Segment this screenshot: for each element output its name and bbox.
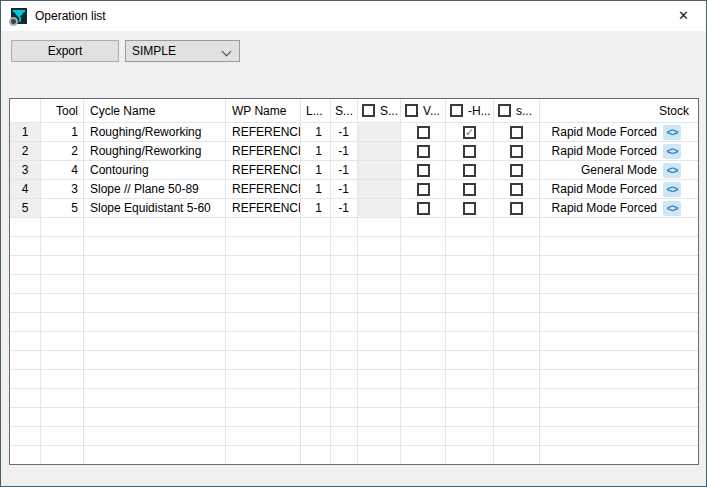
- wp-name-cell[interactable]: REFERENCE: [226, 161, 301, 179]
- empty-table-row: [10, 427, 698, 446]
- s-check-cell[interactable]: [358, 199, 401, 217]
- cycle-name-cell[interactable]: Contouring: [84, 161, 226, 179]
- sel-checkbox[interactable]: ✓: [510, 164, 523, 177]
- h-checkbox[interactable]: ✓: [463, 145, 476, 158]
- empty-cell: [358, 389, 401, 407]
- header-l[interactable]: L...: [301, 99, 331, 122]
- empty-cell: [10, 446, 41, 464]
- empty-cell: [494, 218, 540, 236]
- stock-edit-icon[interactable]: <>: [663, 201, 681, 216]
- l-cell[interactable]: 1: [301, 142, 331, 160]
- wp-name-cell[interactable]: REFERENCE: [226, 180, 301, 198]
- stock-edit-icon[interactable]: <>: [663, 182, 681, 197]
- s-check-cell[interactable]: [358, 180, 401, 198]
- header-s[interactable]: S...: [331, 99, 358, 122]
- l-cell[interactable]: 1: [301, 180, 331, 198]
- header-tool[interactable]: Tool: [41, 99, 84, 122]
- sel-header-checkbox[interactable]: [498, 104, 511, 117]
- row-number-cell[interactable]: 3: [10, 161, 41, 179]
- s-check-cell[interactable]: [358, 142, 401, 160]
- header-cycle-name[interactable]: Cycle Name: [84, 99, 226, 122]
- table-row[interactable]: 55Slope Equidistant 5-60REFERENCE1-1✓✓✓R…: [10, 199, 698, 218]
- stock-cell[interactable]: Rapid Mode Forced<>: [540, 199, 698, 217]
- table-row[interactable]: 22Roughing/ReworkingREFERENCE1-1✓✓✓Rapid…: [10, 142, 698, 161]
- empty-cell: [331, 237, 358, 255]
- tool-cell[interactable]: 2: [41, 142, 84, 160]
- tool-cell[interactable]: 4: [41, 161, 84, 179]
- v-checkbox[interactable]: ✓: [417, 145, 430, 158]
- empty-cell: [358, 256, 401, 274]
- empty-cell: [540, 370, 698, 388]
- h-check-cell: ✓: [446, 142, 494, 160]
- s-cell[interactable]: -1: [331, 123, 358, 141]
- close-icon[interactable]: ✕: [661, 1, 706, 30]
- stock-cell[interactable]: Rapid Mode Forced<>: [540, 142, 698, 160]
- empty-cell: [226, 237, 301, 255]
- row-number-cell[interactable]: 2: [10, 142, 41, 160]
- header-sel-check[interactable]: s...: [494, 99, 540, 122]
- header-s-check[interactable]: S...: [358, 99, 401, 122]
- stock-edit-icon[interactable]: <>: [663, 144, 681, 159]
- header-h-check[interactable]: -H...: [446, 99, 494, 122]
- s-cell[interactable]: -1: [331, 142, 358, 160]
- s-check-cell[interactable]: [358, 123, 401, 141]
- row-number-cell[interactable]: 1: [10, 123, 41, 141]
- s-header-checkbox[interactable]: [362, 104, 375, 117]
- empty-cell: [446, 275, 494, 293]
- cycle-name-cell[interactable]: Roughing/Reworking: [84, 123, 226, 141]
- h-checkbox[interactable]: ✓: [463, 164, 476, 177]
- v-checkbox[interactable]: ✓: [417, 183, 430, 196]
- empty-cell: [301, 389, 331, 407]
- gear-icon: [9, 17, 18, 26]
- header-stock[interactable]: Stock: [540, 99, 698, 122]
- export-button[interactable]: Export: [11, 40, 119, 62]
- cycle-name-cell[interactable]: Roughing/Reworking: [84, 142, 226, 160]
- wp-name-cell[interactable]: REFERENCE: [226, 199, 301, 217]
- header-rownum[interactable]: [10, 99, 41, 122]
- sel-checkbox[interactable]: ✓: [510, 145, 523, 158]
- stock-cell[interactable]: Rapid Mode Forced<>: [540, 123, 698, 141]
- h-check-cell: ✓: [446, 180, 494, 198]
- v-header-checkbox[interactable]: [405, 104, 418, 117]
- sel-checkbox[interactable]: ✓: [510, 183, 523, 196]
- table-row[interactable]: 43Slope // Plane 50-89REFERENCE1-1✓✓✓Rap…: [10, 180, 698, 199]
- wp-name-cell[interactable]: REFERENCE: [226, 142, 301, 160]
- empty-cell: [358, 313, 401, 331]
- tool-cell[interactable]: 5: [41, 199, 84, 217]
- h-checkbox[interactable]: ✓: [463, 183, 476, 196]
- v-checkbox[interactable]: ✓: [417, 126, 430, 139]
- l-cell[interactable]: 1: [301, 161, 331, 179]
- tool-cell[interactable]: 1: [41, 123, 84, 141]
- table-row[interactable]: 11Roughing/ReworkingREFERENCE1-1✓✓✓Rapid…: [10, 123, 698, 142]
- cycle-name-cell[interactable]: Slope // Plane 50-89: [84, 180, 226, 198]
- l-cell[interactable]: 1: [301, 123, 331, 141]
- table-row[interactable]: 34ContouringREFERENCE1-1✓✓✓General Mode<…: [10, 161, 698, 180]
- header-v-check[interactable]: V...: [401, 99, 446, 122]
- cycle-name-cell[interactable]: Slope Equidistant 5-60: [84, 199, 226, 217]
- stock-cell[interactable]: Rapid Mode Forced<>: [540, 180, 698, 198]
- row-number-cell[interactable]: 5: [10, 199, 41, 217]
- empty-cell: [540, 313, 698, 331]
- tool-cell[interactable]: 3: [41, 180, 84, 198]
- header-wp-name[interactable]: WP Name: [226, 99, 301, 122]
- empty-cell: [41, 275, 84, 293]
- row-number-cell[interactable]: 4: [10, 180, 41, 198]
- h-checkbox[interactable]: ✓: [463, 202, 476, 215]
- s-cell[interactable]: -1: [331, 180, 358, 198]
- empty-cell: [226, 427, 301, 445]
- stock-edit-icon[interactable]: <>: [663, 125, 681, 140]
- l-cell[interactable]: 1: [301, 199, 331, 217]
- format-select[interactable]: SIMPLE: [125, 40, 240, 62]
- h-checkbox[interactable]: ✓: [463, 126, 476, 139]
- h-header-checkbox[interactable]: [450, 104, 463, 117]
- v-checkbox[interactable]: ✓: [417, 164, 430, 177]
- s-check-cell[interactable]: [358, 161, 401, 179]
- wp-name-cell[interactable]: REFERENCE: [226, 123, 301, 141]
- v-checkbox[interactable]: ✓: [417, 202, 430, 215]
- s-cell[interactable]: -1: [331, 161, 358, 179]
- sel-checkbox[interactable]: ✓: [510, 126, 523, 139]
- s-cell[interactable]: -1: [331, 199, 358, 217]
- sel-checkbox[interactable]: ✓: [510, 202, 523, 215]
- stock-edit-icon[interactable]: <>: [663, 163, 681, 178]
- stock-cell[interactable]: General Mode<>: [540, 161, 698, 179]
